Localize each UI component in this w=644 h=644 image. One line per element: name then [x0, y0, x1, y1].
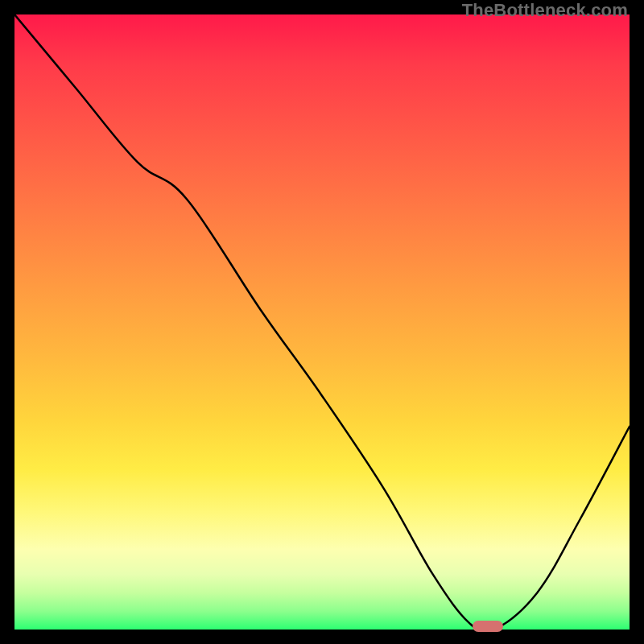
watermark-text: TheBottleneck.com: [462, 0, 628, 21]
plot-area: [14, 14, 630, 630]
chart-frame: TheBottleneck.com: [0, 0, 644, 644]
optimal-point-marker: [473, 621, 503, 632]
